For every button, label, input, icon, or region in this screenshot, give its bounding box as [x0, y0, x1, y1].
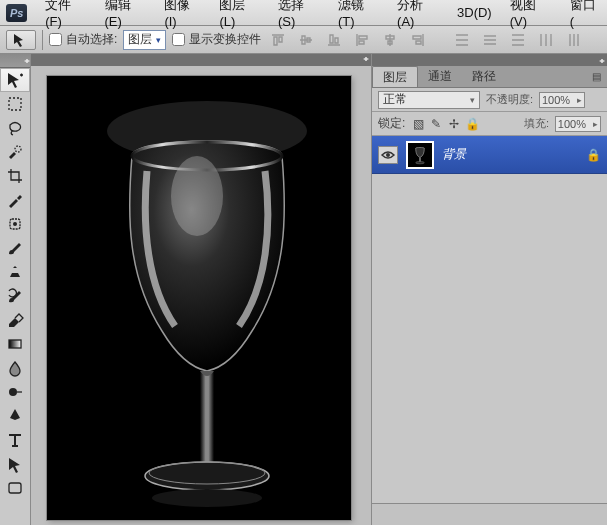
eye-icon: [381, 150, 395, 160]
align-right-icon[interactable]: [407, 30, 429, 50]
menu-edit[interactable]: 编辑(E): [97, 0, 155, 32]
layers-panel: ◂▸ 图层 通道 路径 ▤ 正常 ▾ 不透明度: 100% 锁定: ▧ ✎ ✢ …: [371, 54, 607, 525]
blend-mode-row: 正常 ▾ 不透明度: 100%: [372, 88, 607, 112]
chevron-down-icon: ▾: [470, 95, 475, 105]
distribute-left-icon[interactable]: [535, 30, 557, 50]
menu-file[interactable]: 文件(F): [37, 0, 94, 32]
tool-panel-header[interactable]: ◂▸: [0, 54, 30, 68]
distribute-top-icon[interactable]: [451, 30, 473, 50]
layer-row[interactable]: 背景 🔒: [372, 136, 607, 174]
lasso-tool[interactable]: [0, 116, 30, 140]
tab-paths[interactable]: 路径: [462, 66, 506, 87]
svg-point-17: [416, 161, 425, 163]
pen-tool[interactable]: [0, 404, 30, 428]
svg-point-14: [386, 153, 390, 157]
svg-point-13: [152, 489, 262, 507]
crop-tool[interactable]: [0, 164, 30, 188]
collapse-icon: ◂▸: [363, 54, 367, 63]
tab-layers[interactable]: 图层: [372, 66, 418, 87]
fill-input[interactable]: 100%: [555, 116, 601, 132]
panel-tabs: 图层 通道 路径 ▤: [372, 66, 607, 88]
menu-bar: Ps 文件(F) 编辑(E) 图像(I) 图层(L) 选择(S) 滤镜(T) 分…: [0, 0, 607, 26]
menu-select[interactable]: 选择(S): [270, 0, 328, 32]
lock-icon: 🔒: [586, 148, 601, 162]
lock-transparency-icon[interactable]: ▧: [411, 117, 425, 131]
distribute-vcenter-icon[interactable]: [479, 30, 501, 50]
lock-pixels-icon[interactable]: ✎: [429, 117, 443, 131]
menu-filter[interactable]: 滤镜(T): [330, 0, 387, 32]
svg-rect-4: [9, 340, 21, 348]
menu-3d[interactable]: 3D(D): [449, 2, 500, 23]
lock-row: 锁定: ▧ ✎ ✢ 🔒 填充: 100%: [372, 112, 607, 136]
current-tool-indicator[interactable]: [6, 30, 36, 50]
fill-label: 填充:: [524, 116, 549, 131]
menu-window[interactable]: 窗口(: [562, 0, 607, 32]
distribute-bottom-icon[interactable]: [507, 30, 529, 50]
collapse-icon: ◂▸: [24, 56, 28, 65]
opacity-label: 不透明度:: [486, 92, 533, 107]
wine-glass-image: [47, 76, 351, 520]
svg-point-3: [13, 222, 17, 226]
dodge-tool[interactable]: [0, 380, 30, 404]
align-bottom-icon[interactable]: [323, 30, 345, 50]
auto-select-value: 图层: [128, 31, 152, 48]
svg-point-5: [9, 388, 17, 396]
layer-thumbnail[interactable]: [406, 141, 434, 169]
document-tab-strip[interactable]: ◂▸: [31, 54, 371, 66]
eyedropper-tool[interactable]: [0, 188, 30, 212]
lock-all-icon[interactable]: 🔒: [465, 117, 479, 131]
eraser-tool[interactable]: [0, 308, 30, 332]
healing-brush-tool[interactable]: [0, 212, 30, 236]
brush-tool[interactable]: [0, 236, 30, 260]
clone-stamp-tool[interactable]: [0, 260, 30, 284]
workspace: ◂▸ ◂▸: [0, 54, 607, 525]
app-logo: Ps: [6, 4, 27, 22]
layer-name[interactable]: 背景: [442, 146, 578, 163]
marquee-tool[interactable]: [0, 92, 30, 116]
align-top-icon[interactable]: [267, 30, 289, 50]
panel-header[interactable]: ◂▸: [372, 54, 607, 66]
type-tool[interactable]: [0, 428, 30, 452]
collapse-icon: ◂▸: [599, 56, 603, 65]
svg-point-1: [15, 146, 21, 152]
align-vcenter-icon[interactable]: [295, 30, 317, 50]
align-hcenter-icon[interactable]: [379, 30, 401, 50]
show-transform-label: 显示变换控件: [189, 31, 261, 48]
opacity-input[interactable]: 100%: [539, 92, 585, 108]
shape-tool[interactable]: [0, 476, 30, 500]
svg-point-9: [171, 156, 223, 236]
blend-mode-value: 正常: [383, 91, 407, 108]
gradient-tool[interactable]: [0, 332, 30, 356]
layer-list: 背景 🔒: [372, 136, 607, 503]
chevron-down-icon: ▾: [156, 35, 161, 45]
panel-footer: [372, 503, 607, 525]
options-bar: 自动选择: 图层 ▾ 显示变换控件: [0, 26, 607, 54]
separator: [42, 30, 43, 50]
tab-channels[interactable]: 通道: [418, 66, 462, 87]
panel-menu-icon[interactable]: ▤: [592, 71, 607, 82]
svg-rect-10: [200, 371, 214, 466]
visibility-toggle[interactable]: [378, 146, 398, 164]
auto-select-label: 自动选择:: [66, 31, 117, 48]
auto-select-dropdown[interactable]: 图层 ▾: [123, 30, 166, 50]
lock-position-icon[interactable]: ✢: [447, 117, 461, 131]
menu-view[interactable]: 视图(V): [502, 0, 560, 32]
blend-mode-dropdown[interactable]: 正常 ▾: [378, 91, 480, 109]
document-canvas[interactable]: [47, 76, 351, 520]
menu-layer[interactable]: 图层(L): [211, 0, 268, 32]
quick-select-tool[interactable]: [0, 140, 30, 164]
auto-select-checkbox[interactable]: 自动选择:: [49, 31, 117, 48]
svg-rect-16: [419, 157, 421, 161]
blur-tool[interactable]: [0, 356, 30, 380]
menu-analysis[interactable]: 分析(A): [389, 0, 447, 32]
path-select-tool[interactable]: [0, 452, 30, 476]
distribute-hcenter-icon[interactable]: [563, 30, 585, 50]
show-transform-checkbox[interactable]: 显示变换控件: [172, 31, 261, 48]
canvas-area: ◂▸: [31, 54, 371, 525]
history-brush-tool[interactable]: [0, 284, 30, 308]
move-tool[interactable]: [0, 68, 30, 92]
tool-panel: ◂▸: [0, 54, 31, 525]
align-left-icon[interactable]: [351, 30, 373, 50]
menu-image[interactable]: 图像(I): [156, 0, 209, 32]
svg-rect-6: [9, 483, 21, 493]
